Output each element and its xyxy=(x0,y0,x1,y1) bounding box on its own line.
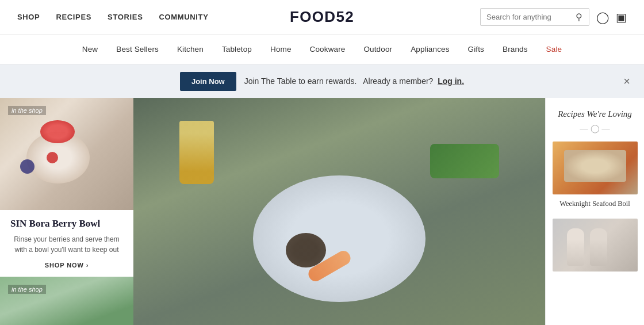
banner-member-text: Already a member? xyxy=(363,77,433,86)
nav-sale[interactable]: Sale xyxy=(546,45,562,53)
in-the-shop-label-top: in the shop xyxy=(8,106,46,115)
nav-brands[interactable]: Brands xyxy=(503,45,528,53)
nav-cookware[interactable]: Cookware xyxy=(310,45,346,53)
milkshake-image xyxy=(553,219,638,272)
nav-outdoor[interactable]: Outdoor xyxy=(363,45,392,53)
shop-card-info: SIN Bora Berry Bowl Rinse your berries a… xyxy=(0,210,133,277)
plate-visual xyxy=(253,175,425,302)
berry-decoration-1 xyxy=(20,159,34,174)
nav-community[interactable]: COMMUNITY xyxy=(159,13,208,21)
nav-stories[interactable]: STORIES xyxy=(108,13,143,21)
banner-close-button[interactable]: × xyxy=(623,75,630,88)
arrow-right-icon: › xyxy=(86,262,89,269)
divider-circle-icon: ◯ xyxy=(591,124,600,133)
left-panel: in the shop SIN Bora Berry Bowl Rinse yo… xyxy=(0,98,133,325)
top-nav-right: ⚲ ◯ ▣ xyxy=(480,8,627,26)
nav-home[interactable]: Home xyxy=(270,45,292,53)
shop-now-text: SHOP NOW xyxy=(45,262,84,269)
recipe-1-label: Weeknight Seafood Boil xyxy=(559,199,630,209)
main-content: in the shop SIN Bora Berry Bowl Rinse yo… xyxy=(0,98,644,325)
rewards-banner: Join Now Join The Table to earn rewards.… xyxy=(0,64,644,98)
user-icon[interactable]: ◯ xyxy=(596,10,609,24)
search-bar[interactable]: ⚲ xyxy=(480,8,589,26)
nav-new[interactable]: New xyxy=(82,45,98,53)
search-icon[interactable]: ⚲ xyxy=(576,12,582,22)
banner-login-link[interactable]: Log in. xyxy=(438,77,464,86)
in-the-shop-label-bottom: in the shop xyxy=(8,285,46,294)
divider-decoration: — ◯ — xyxy=(580,124,610,133)
product-title: SIN Bora Berry Bowl xyxy=(10,218,123,230)
top-nav: SHOP RECIPES STORIES COMMUNITY FOOD52 ⚲ … xyxy=(0,0,644,35)
berry-decoration-2 xyxy=(47,152,58,163)
secondary-nav: New Best Sellers Kitchen Tabletop Home C… xyxy=(0,35,644,64)
divider-left: — xyxy=(580,124,588,133)
greens-visual xyxy=(430,144,499,178)
divider-right: — xyxy=(602,124,610,133)
cart-icon[interactable]: ▣ xyxy=(616,10,627,24)
nav-shop[interactable]: SHOP xyxy=(17,13,40,21)
site-logo[interactable]: FOOD52 xyxy=(290,8,354,26)
right-panel: Recipes We're Loving — ◯ — Weeknight Sea… xyxy=(545,98,644,325)
center-hero xyxy=(133,98,545,325)
join-now-button[interactable]: Join Now xyxy=(180,72,236,91)
top-nav-links: SHOP RECIPES STORIES COMMUNITY xyxy=(17,13,208,21)
search-input[interactable] xyxy=(486,13,576,21)
recipe-thumb-1[interactable] xyxy=(553,142,638,194)
banner-message: Join The Table to earn rewards. Already … xyxy=(244,77,464,86)
banner-main-text: Join The Table to earn rewards. xyxy=(244,77,357,86)
meat-visual xyxy=(286,233,326,267)
recipes-section-title: Recipes We're Loving xyxy=(558,109,632,119)
shop-card-bottom[interactable]: in the shop xyxy=(0,277,133,325)
nav-appliances[interactable]: Appliances xyxy=(411,45,449,53)
hero-image xyxy=(133,98,545,325)
drink-visual xyxy=(179,121,214,184)
nav-recipes[interactable]: RECIPES xyxy=(56,13,91,21)
nav-best-sellers[interactable]: Best Sellers xyxy=(116,45,159,53)
product-description: Rinse your berries and serve them with a… xyxy=(10,234,123,255)
nav-gifts[interactable]: Gifts xyxy=(468,45,484,53)
seafood-boil-image xyxy=(553,142,638,194)
recipe-thumb-2[interactable] xyxy=(553,219,638,272)
nav-tabletop[interactable]: Tabletop xyxy=(222,45,252,53)
shop-card-top[interactable]: in the shop xyxy=(0,98,133,210)
nav-kitchen[interactable]: Kitchen xyxy=(177,45,204,53)
shop-now-link[interactable]: SHOP NOW › xyxy=(10,262,123,269)
bottom-card-image xyxy=(0,277,133,325)
